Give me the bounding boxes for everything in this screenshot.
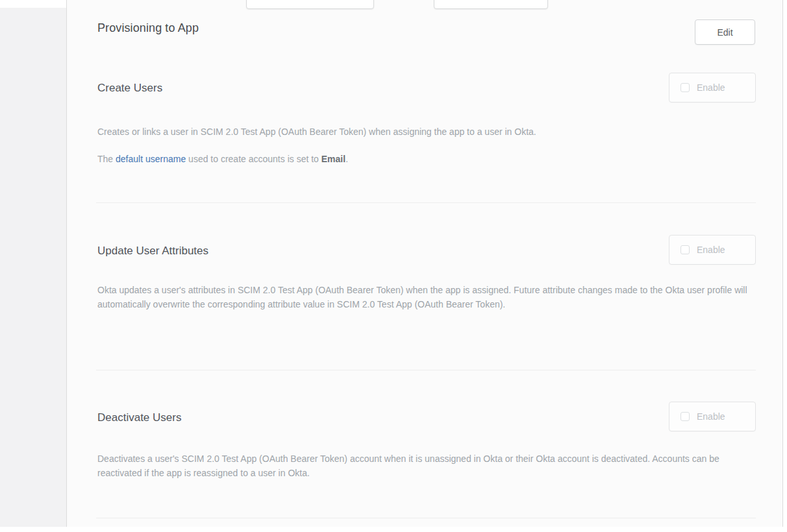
enable-label: Enable — [697, 82, 725, 93]
deactivate-users-description: Deactivates a user's SCIM 2.0 Test App (… — [97, 452, 756, 480]
enable-checkbox[interactable] — [681, 245, 690, 254]
username-line-suffix: . — [345, 154, 348, 164]
section-divider — [96, 370, 756, 370]
section-divider — [96, 202, 756, 203]
enable-toggle-create-users[interactable]: Enable — [669, 73, 756, 103]
enable-label: Enable — [697, 411, 725, 422]
partial-control-right[interactable] — [434, 0, 548, 9]
viewport-bottom-edge — [0, 527, 787, 532]
description-text: Okta updates a user's attributes in SCIM… — [97, 285, 747, 309]
username-line-prefix: The — [97, 154, 116, 164]
partial-control-left[interactable] — [246, 0, 374, 9]
section-title-deactivate-users: Deactivate Users — [97, 411, 181, 424]
provisioning-to-app-panel: Provisioning to App Edit Create Users En… — [66, 0, 783, 527]
section-divider — [96, 518, 756, 518]
enable-toggle-update-user-attributes[interactable]: Enable — [669, 235, 756, 265]
create-users-username-line: The default username used to create acco… — [97, 152, 756, 166]
update-user-attributes-description: Okta updates a user's attributes in SCIM… — [97, 283, 756, 311]
enable-label: Enable — [697, 245, 725, 255]
enable-checkbox[interactable] — [681, 412, 690, 421]
section-title-update-user-attributes: Update User Attributes — [97, 245, 208, 258]
page-title: Provisioning to App — [97, 21, 199, 35]
enable-toggle-deactivate-users[interactable]: Enable — [669, 402, 756, 431]
default-username-link[interactable]: default username — [116, 154, 186, 164]
username-line-middle: used to create accounts is set to — [186, 154, 321, 164]
description-text: Deactivates a user's SCIM 2.0 Test App (… — [97, 453, 719, 478]
section-title-create-users: Create Users — [97, 82, 162, 95]
description-text: Creates or links a user in SCIM 2.0 Test… — [97, 127, 536, 137]
okta-provisioning-page: Provisioning to App Edit Create Users En… — [0, 0, 787, 532]
left-sidebar — [0, 8, 66, 527]
username-value: Email — [321, 154, 345, 164]
create-users-description: Creates or links a user in SCIM 2.0 Test… — [97, 125, 756, 139]
enable-checkbox[interactable] — [681, 83, 690, 92]
edit-button[interactable]: Edit — [695, 19, 755, 45]
